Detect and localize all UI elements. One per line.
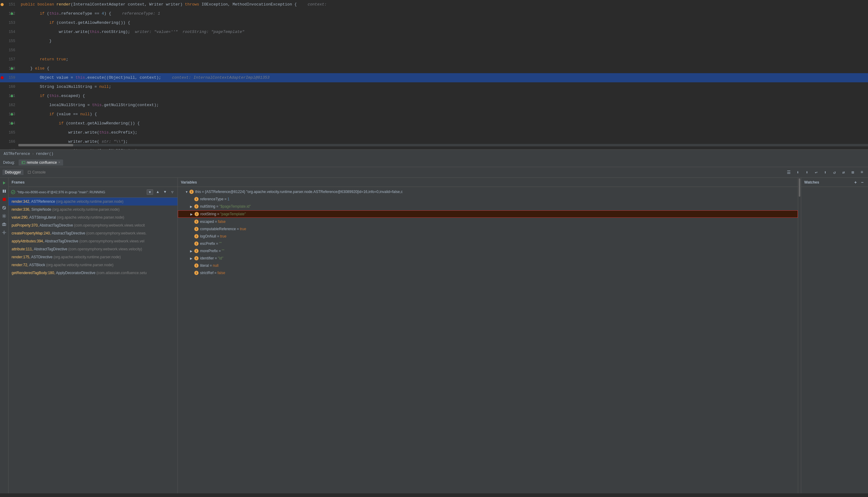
var-computableReference[interactable]: i computableReference = true [178, 225, 798, 233]
variables-title: Variables [181, 180, 197, 184]
code-content-154: writer.write(this.rootString); writer: "… [18, 27, 868, 37]
btn-run-to-cursor[interactable]: ↺ [831, 169, 838, 176]
code-line-152: 152 if (this.referenceType == 4) { refer… [0, 9, 868, 18]
frame-item-2[interactable]: value:290, ASTStringLiteral (org.apache.… [9, 213, 177, 222]
var-icon-more: i [194, 249, 199, 253]
frames-list: render:342, ASTReference (org.apache.vel… [9, 198, 177, 493]
btn-camera[interactable] [1, 221, 8, 227]
step-indicator-161 [11, 95, 13, 97]
btn-resume[interactable] [1, 180, 8, 186]
frame-item-4[interactable]: createPropertyMap:240, AbstractTagDirect… [9, 229, 177, 237]
var-icon-escaped: i [194, 219, 199, 224]
var-nullString[interactable]: ▶ i nullString = "$pageTemplate.id" [178, 203, 798, 210]
tab-console[interactable]: Console [25, 170, 48, 175]
variables-scrollbar[interactable] [798, 178, 801, 493]
watches-actions: + − [853, 180, 865, 185]
watches-add-btn[interactable]: + [853, 180, 858, 185]
frame-item-7[interactable]: render:175, ASTDirective (org.apache.vel… [9, 253, 177, 261]
code-line-167: 167 writer.write(localNullString); [0, 146, 868, 150]
debug-tab-close[interactable]: × [58, 161, 60, 164]
line-number-166: 166 [0, 137, 18, 146]
debug-tab-remote-confluence[interactable]: remote confluence × [19, 159, 63, 166]
var-icon-computable: i [194, 227, 199, 231]
code-line-153: 153 if (context.getAllowRendering()) { [0, 18, 868, 27]
code-content-155: } [18, 37, 868, 46]
frame-item-6[interactable]: attribute:111, AbstractTagDirective (com… [9, 245, 177, 253]
code-content-157: return true; [18, 55, 868, 64]
var-logOnNull[interactable]: i logOnNull = true [178, 233, 798, 240]
line-number-154: 154 [0, 27, 18, 37]
svg-rect-5 [4, 190, 6, 193]
var-morePrefix[interactable]: ▶ i morePrefix = "" [178, 247, 798, 255]
code-content-165: writer.write(this.escPrefix); [18, 128, 868, 137]
thread-dropdown[interactable]: ▼ [147, 189, 153, 195]
scrollbar-thumb[interactable] [18, 144, 73, 146]
left-run-controls [0, 178, 9, 493]
var-escaped[interactable]: i escaped = false [178, 218, 798, 225]
breadcrumb-method[interactable]: render() [36, 152, 54, 156]
btn-settings[interactable]: ≡ [858, 169, 866, 176]
code-lines: 151 public boolean render(InternalContex… [0, 0, 868, 150]
expand-arrow-root[interactable]: ▶ [190, 213, 194, 216]
cog-icon [2, 230, 6, 235]
expand-arrow-more[interactable]: ▶ [190, 250, 193, 253]
var-icon-this: i [189, 190, 194, 194]
btn-debug-settings[interactable] [1, 213, 8, 219]
code-content-158: } else { [18, 64, 868, 73]
var-literal[interactable]: i literal = null [178, 262, 798, 269]
btn-step-over[interactable]: ↩ [812, 169, 820, 176]
var-identifier[interactable]: ▶ i identifier = "id" [178, 255, 798, 262]
btn-table-view[interactable]: ⊞ [849, 169, 856, 176]
frame-item-3[interactable]: putProperty:370, AbstractTagDirective (c… [9, 222, 177, 229]
frame-item-8[interactable]: render:72, ASTBlock (org.apache.velocity… [9, 261, 177, 269]
btn-step-up[interactable]: ⬆ [822, 169, 829, 176]
debug-body: Frames "http-nio-8090-exec-8"@42,976 in … [0, 178, 868, 493]
code-line-164: 164 if (context.getAllowRendering()) { [0, 119, 868, 128]
code-line-161: 161 if (this.escaped) { [0, 91, 868, 101]
breadcrumb-class[interactable]: ASTReference [4, 152, 30, 156]
line-number-155: 155 [0, 37, 18, 46]
thread-filter[interactable]: ▽ [170, 189, 175, 195]
tab-debugger[interactable]: Debugger [2, 170, 24, 175]
thread-nav-up[interactable]: ▲ [155, 189, 160, 195]
frame-item-0[interactable]: render:342, ASTReference (org.apache.vel… [9, 198, 177, 205]
btn-evaluate[interactable]: ⇄ [840, 169, 847, 176]
expand-arrow-this[interactable]: ▼ [185, 190, 188, 194]
variables-header: Variables [178, 178, 798, 187]
btn-stop[interactable] [1, 196, 8, 203]
frame-item-9[interactable]: getRenderedTagBody:180, ApplyDecoratorDi… [9, 269, 177, 277]
var-escPrefix[interactable]: i escPrefix = "" [178, 240, 798, 247]
var-rootString[interactable]: ▶ i rootString = "pageTemplate" [178, 210, 798, 218]
btn-list-view[interactable]: ☰ [785, 169, 792, 176]
code-line-165: 165 writer.write(this.escPrefix); [0, 128, 868, 137]
btn-cog[interactable] [1, 229, 8, 236]
line-number-157: 157 [0, 55, 18, 64]
code-line-159: 159 Object value = this.execute((Object)… [0, 73, 868, 82]
settings-icon [2, 214, 6, 218]
step-indicator-158 [11, 67, 13, 70]
frame-item-5[interactable]: applyAttributes:394, AbstractTagDirectiv… [9, 237, 177, 245]
frames-title: Frames [12, 180, 25, 184]
stop-icon [2, 198, 6, 201]
expand-arrow-null[interactable]: ▶ [190, 205, 193, 208]
var-strictRef[interactable]: i strictRef = false [178, 269, 798, 276]
watches-remove-btn[interactable]: − [859, 180, 865, 185]
code-line-160: 160 String localNullString = null; [0, 82, 868, 91]
frame-item-1[interactable]: render:336, SimpleNode (org.apache.veloc… [9, 205, 177, 213]
btn-pause[interactable] [1, 188, 8, 195]
btn-mute[interactable] [1, 204, 8, 211]
btn-step-into[interactable]: ⬇ [803, 169, 811, 176]
variables-scrollbar-thumb[interactable] [799, 179, 800, 197]
breakpoint-dot-159 [1, 76, 4, 79]
pause-icon [2, 189, 6, 193]
horizontal-scrollbar[interactable] [18, 144, 868, 146]
var-this[interactable]: ▼ i this = {ASTReference@81224} "org.apa… [178, 188, 798, 196]
var-icon-logonnull: i [194, 234, 199, 239]
expand-arrow-id[interactable]: ▶ [190, 257, 193, 260]
thread-nav-down[interactable]: ▼ [162, 189, 168, 195]
svg-marker-3 [3, 181, 5, 184]
btn-step-down[interactable]: ⬇ [794, 169, 801, 176]
var-referenceType[interactable]: i referenceType = 1 [178, 196, 798, 203]
code-line-157: 157 return true; [0, 55, 868, 64]
svg-rect-2 [28, 171, 30, 173]
